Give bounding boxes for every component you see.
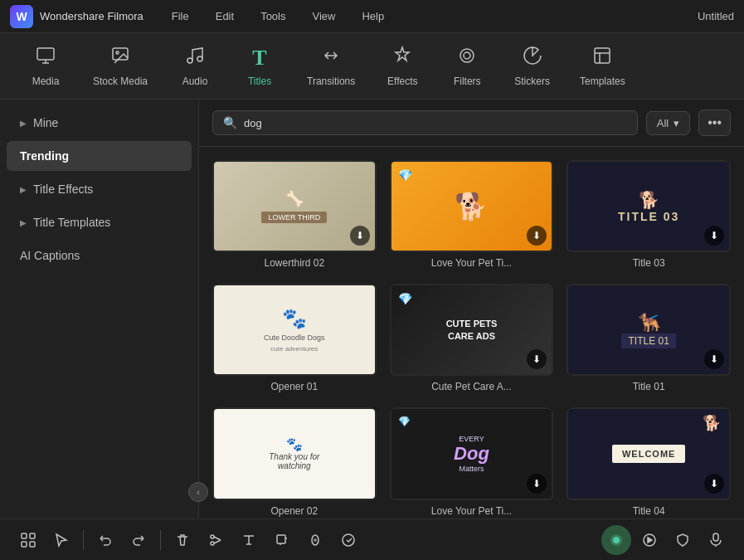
toolbar-titles[interactable]: T Titles bbox=[231, 39, 289, 94]
templates-icon bbox=[592, 46, 612, 71]
sidebar-item-title-effects[interactable]: ▶ Title Effects bbox=[7, 174, 192, 204]
list-item[interactable]: 🐕‍🦺 TITLE 01 ⬇ Title 01 bbox=[567, 284, 731, 394]
content-area: 🔍 All ▾ ••• 🦴 LOWER THIRD bbox=[199, 100, 744, 519]
thumbnail: 🐾 Thank you forwatching bbox=[212, 407, 377, 499]
more-options-button[interactable]: ••• bbox=[698, 110, 731, 136]
mic-button[interactable] bbox=[701, 525, 731, 555]
list-item[interactable]: 🐕 WELCOME ⬇ Title 04 bbox=[567, 407, 731, 518]
app-logo: W Wondershare Filmora bbox=[10, 5, 143, 28]
undo-button[interactable] bbox=[90, 525, 120, 555]
toolbar-media[interactable]: Media bbox=[17, 39, 75, 94]
mask-button[interactable] bbox=[300, 525, 330, 555]
toolbar-transitions[interactable]: Transitions bbox=[295, 39, 367, 94]
menu-view[interactable]: View bbox=[307, 7, 340, 26]
filter-label: All bbox=[657, 117, 669, 129]
svg-rect-0 bbox=[37, 48, 54, 60]
items-grid: 🦴 LOWER THIRD ⬇ Lowerthird 02 💎 🐕 bbox=[212, 160, 731, 519]
media-label: Media bbox=[32, 75, 60, 87]
title-effects-arrow-icon: ▶ bbox=[20, 185, 27, 194]
toolbar-audio[interactable]: Audio bbox=[166, 39, 224, 94]
text-button[interactable] bbox=[234, 525, 264, 555]
audio-label: Audio bbox=[182, 75, 208, 87]
download-icon[interactable]: ⬇ bbox=[527, 474, 547, 494]
svg-rect-8 bbox=[22, 533, 27, 538]
toolbar-templates[interactable]: Templates bbox=[568, 39, 637, 94]
item-label: Title 01 bbox=[567, 376, 731, 394]
item-label: Opener 02 bbox=[212, 500, 377, 519]
effects-icon bbox=[392, 46, 412, 71]
sidebar-trending-label: Trending bbox=[20, 149, 69, 163]
scissors-button[interactable] bbox=[201, 525, 231, 555]
filters-label: Filters bbox=[454, 75, 481, 87]
download-icon[interactable]: ⬇ bbox=[704, 226, 724, 246]
menu-edit[interactable]: Edit bbox=[211, 7, 239, 26]
mine-arrow-icon: ▶ bbox=[20, 119, 27, 128]
filters-icon bbox=[457, 46, 477, 71]
redo-button[interactable] bbox=[124, 525, 153, 555]
list-item[interactable]: 💎 EVERY Dog Matters ⬇ Love Your Pet Ti..… bbox=[390, 407, 554, 518]
svg-point-4 bbox=[197, 56, 202, 61]
sidebar-ai-captions-label: AI Captions bbox=[20, 249, 80, 262]
thumbnail: 🐾 Cute Doodle Dogs cute adventures bbox=[212, 284, 377, 376]
thumb-opener02: 🐾 Thank you forwatching bbox=[214, 409, 375, 498]
download-icon[interactable]: ⬇ bbox=[350, 226, 370, 246]
toolbar-stock-media[interactable]: Stock Media bbox=[81, 39, 159, 94]
item-label: Lowerthird 02 bbox=[212, 252, 377, 270]
sidebar-title-templates-label: Title Templates bbox=[33, 216, 110, 229]
titles-label: Titles bbox=[248, 75, 271, 87]
thumbnail: 🐕 TITLE 03 ⬇ bbox=[567, 160, 731, 252]
delete-button[interactable] bbox=[168, 525, 197, 555]
svg-point-19 bbox=[613, 537, 620, 543]
main-content: ▶ Mine Trending ▶ Title Effects ▶ Title … bbox=[0, 100, 744, 519]
menu-tools[interactable]: Tools bbox=[255, 7, 290, 26]
list-item[interactable]: 💎 🐕 ⬇ Love Your Pet Ti... bbox=[390, 160, 554, 270]
sidebar-collapse-button[interactable]: ‹ bbox=[188, 482, 208, 502]
sidebar-item-title-templates[interactable]: ▶ Title Templates bbox=[7, 207, 192, 237]
menu-bar: W Wondershare Filmora File Edit Tools Vi… bbox=[0, 0, 744, 33]
sidebar: ▶ Mine Trending ▶ Title Effects ▶ Title … bbox=[0, 100, 199, 519]
svg-rect-9 bbox=[30, 533, 35, 538]
cursor-tool-button[interactable] bbox=[46, 525, 76, 555]
search-input[interactable] bbox=[244, 117, 627, 129]
audio-icon bbox=[185, 46, 205, 71]
svg-point-17 bbox=[343, 534, 354, 546]
list-item[interactable]: 🐾 Cute Doodle Dogs cute adventures Opene… bbox=[212, 284, 377, 394]
toolbar-stickers[interactable]: Stickers bbox=[503, 39, 562, 94]
more-tools-button[interactable] bbox=[333, 525, 363, 555]
svg-rect-7 bbox=[595, 48, 610, 63]
list-item[interactable]: 🐕 TITLE 03 ⬇ Title 03 bbox=[567, 160, 731, 270]
project-title: Untitled bbox=[698, 10, 734, 22]
list-item[interactable]: 🦴 LOWER THIRD ⬇ Lowerthird 02 bbox=[212, 160, 377, 270]
menu-file[interactable]: File bbox=[167, 7, 194, 26]
download-icon[interactable]: ⬇ bbox=[704, 474, 724, 494]
item-label: Love Your Pet Ti... bbox=[390, 500, 554, 519]
sidebar-mine-label: Mine bbox=[33, 116, 58, 129]
shield-button[interactable] bbox=[668, 525, 698, 555]
thumbnail: 💎 EVERY Dog Matters ⬇ bbox=[390, 407, 554, 499]
svg-point-12 bbox=[211, 535, 214, 538]
sidebar-item-mine[interactable]: ▶ Mine bbox=[7, 108, 192, 138]
filter-dropdown[interactable]: All ▾ bbox=[646, 111, 690, 135]
svg-point-6 bbox=[464, 52, 470, 59]
transitions-icon bbox=[321, 46, 341, 71]
svg-point-2 bbox=[116, 51, 119, 54]
svg-point-16 bbox=[314, 538, 317, 542]
titles-icon: T bbox=[252, 46, 266, 71]
crop-button[interactable] bbox=[267, 525, 297, 555]
list-item[interactable]: 🐾 Thank you forwatching Opener 02 bbox=[212, 407, 377, 518]
chevron-down-icon: ▾ bbox=[673, 117, 679, 129]
item-label: Love Your Pet Ti... bbox=[390, 252, 554, 270]
media-icon bbox=[36, 46, 56, 71]
sidebar-item-trending[interactable]: Trending bbox=[7, 141, 192, 171]
list-item[interactable]: 💎 CUTE PETSCARE ADS ⬇ Cute Pet Care A... bbox=[390, 284, 554, 394]
search-wrapper: 🔍 bbox=[212, 110, 638, 135]
play-button[interactable] bbox=[635, 525, 664, 555]
toolbar-filters[interactable]: Filters bbox=[438, 39, 496, 94]
item-label: Title 04 bbox=[567, 500, 731, 519]
grid-view-button[interactable] bbox=[13, 525, 43, 555]
menu-help[interactable]: Help bbox=[357, 7, 389, 26]
record-button[interactable] bbox=[601, 525, 631, 555]
sidebar-item-ai-captions[interactable]: AI Captions bbox=[7, 241, 192, 270]
app-name: Wondershare Filmora bbox=[40, 10, 143, 22]
toolbar-effects[interactable]: Effects bbox=[373, 39, 431, 94]
